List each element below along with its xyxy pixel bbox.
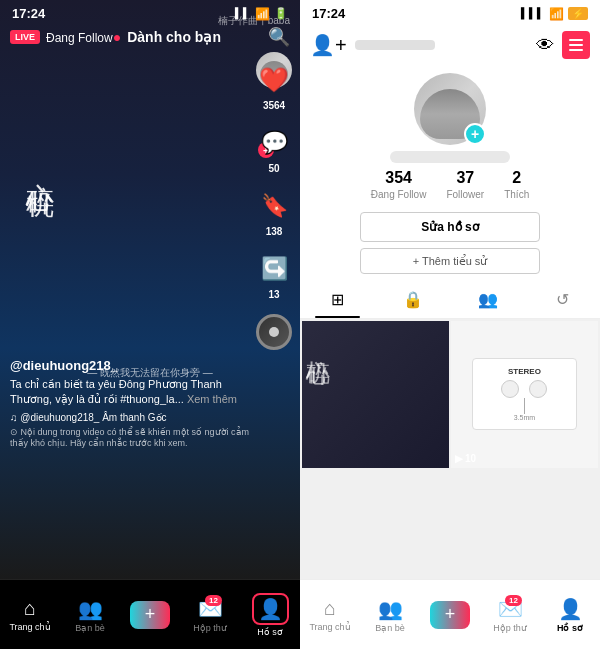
like-count: 3564 [263,100,285,111]
content-grid: 心碎机 STEREO 3.5mm ▶ 10 [300,319,600,579]
liked-icon: 👥 [478,290,498,309]
grid-item-1-text: 心碎机 [302,321,334,341]
right-nav-create[interactable]: + [420,601,480,629]
right-nav-inbox[interactable]: 12 ✉️ Hộp thư [480,597,540,633]
right-nav-friends-label: Bạn bè [375,623,405,633]
right-header: 👤+ 👁 [300,27,600,63]
tab-liked[interactable]: 👥 [450,280,525,318]
friends-icon: 👥 [78,597,103,621]
right-inbox-badge: 12 [505,595,522,606]
right-nav-profile[interactable]: 👤 Hồ sơ [540,597,600,633]
share-icon: ↪️ [256,251,292,287]
right-home-icon: ⌂ [324,597,336,620]
lock-icon: 🔒 [403,290,423,309]
avatar-edit-icon[interactable]: + [464,123,486,145]
video-username[interactable]: @dieuhuong218_ [10,358,250,373]
nav-item-home[interactable]: ⌂ Trang chủ [0,597,60,632]
create-button[interactable]: + [130,601,170,629]
right-time: 17:24 [312,6,345,21]
right-signal-icon: ▍▍▍ [521,8,545,19]
video-caption: Ta chỉ cần biết ta yêu Đông Phương Thanh… [10,377,250,408]
warning-text: ⊙ Nội dung trong video có thể sẽ khiến m… [10,427,250,450]
follower-stat[interactable]: 37 Follower [446,169,484,200]
right-profile-icon: 👤 [558,597,583,621]
nav-item-create[interactable]: + [120,601,180,629]
live-badge[interactable]: LIVE [10,30,40,44]
right-nav-inbox-label: Hộp thư [493,623,527,633]
signal-icon: ▍▍ [235,8,251,19]
right-nav-home[interactable]: ⌂ Trang chủ [300,597,360,632]
grid-item-1[interactable]: 心碎机 [302,321,449,468]
grid-icon: ⊞ [331,290,344,309]
bottom-nav-right: ⌂ Trang chủ 👥 Bạn bè + 12 ✉️ Hộp thư 👤 H… [300,579,600,649]
following-label: Đang Follow [371,189,427,200]
username-placeholder-bar [355,40,435,50]
like-label: Thích [504,189,529,200]
search-icon[interactable]: 🔍 [268,26,290,48]
bottom-nav-left: ⌂ Trang chủ 👥 Bạn bè + 12 ✉️ Hộp thư 👤 H… [0,579,300,649]
menu-line-2 [569,44,583,46]
like-count: 2 [512,169,521,187]
music-info[interactable]: ♫ @dieuhuong218_ Âm thanh Gốc [10,412,250,423]
right-wifi-icon: 📶 [549,7,564,21]
left-time: 17:24 [12,6,45,21]
tab-grid[interactable]: ⊞ [300,280,375,318]
stats-row: 354 Đang Follow 37 Follower 2 Thích [371,169,529,200]
battery-icon: 🔋 [274,7,288,20]
dang-follow-dot: ● [113,29,121,45]
nav-item-profile[interactable]: 👤 Hồ sơ [240,593,300,637]
following-count: 354 [385,169,412,187]
right-status-bar: 17:24 ▍▍▍ 📶 ⚡ [300,0,600,27]
video-info: @dieuhuong218_ Ta chỉ cần biết ta yêu Đô… [10,358,250,450]
left-panel: 17:24 ▍▍ 📶 🔋 LIVE Đang Follow● Dành cho … [0,0,300,649]
right-create-button[interactable]: + [430,601,470,629]
see-more-link[interactable]: Xem thêm [187,393,237,405]
profile-tabs: ⊞ 🔒 👥 ↺ [300,280,600,319]
profile-avatar-wrap: + [414,73,486,145]
video-background: 楠子作曲丨baba 心碎机 — 既然我无法留在你身旁 — + ❤️ 3564 💬… [0,0,300,580]
nav-profile-label: Hồ sơ [257,627,283,637]
music-disc-action[interactable] [256,314,292,350]
right-nav-friends[interactable]: 👥 Bạn bè [360,597,420,633]
like-stat[interactable]: 2 Thích [504,169,529,200]
right-panel: 17:24 ▍▍▍ 📶 ⚡ 👤+ 👁 + [300,0,600,649]
nav-inbox-label: Hộp thư [193,623,227,633]
like-action[interactable]: ❤️ 3564 [256,62,292,111]
bookmark-action[interactable]: 🔖 138 [256,188,292,237]
add-bio-button[interactable]: + Thêm tiểu sử [360,248,540,274]
bookmark-count: 138 [266,226,283,237]
share-count: 13 [268,289,279,300]
nav-item-friends[interactable]: 👥 Bạn bè [60,597,120,633]
menu-line-1 [569,39,583,41]
nav-item-inbox[interactable]: 12 ✉️ Hộp thư [180,597,240,633]
right-friends-icon: 👥 [378,597,403,621]
left-status-icons: ▍▍ 📶 🔋 [235,7,288,21]
following-stat[interactable]: 354 Đang Follow [371,169,427,200]
share-action[interactable]: ↪️ 13 [256,251,292,300]
tab-repost[interactable]: ↺ [525,280,600,318]
menu-line-3 [569,49,583,51]
music-text: ♫ @dieuhuong218_ Âm thanh Gốc [10,412,167,423]
eye-icon[interactable]: 👁 [536,35,554,56]
comment-action[interactable]: 💬 50 [256,125,292,174]
menu-button[interactable] [562,31,590,59]
right-nav-profile-label: Hồ sơ [557,623,583,633]
right-battery-icon: ⚡ [568,7,588,20]
play-icon: ▶ [455,453,463,464]
dang-follow-label[interactable]: Đang Follow [46,31,113,45]
right-status-icons: ▍▍▍ 📶 ⚡ [521,7,588,21]
repost-icon: ↺ [556,290,569,309]
grid-item-2[interactable]: STEREO 3.5mm ▶ 10 [451,321,598,468]
nav-friends-label: Bạn bè [75,623,105,633]
tab-lock[interactable]: 🔒 [375,280,450,318]
chinese-overlay-text: 心碎机 [20,160,58,172]
add-user-icon[interactable]: 👤+ [310,33,347,57]
play-count-text: 10 [465,453,476,464]
grid-item-2-play-count: ▶ 10 [455,453,476,464]
danh-cho-ban-tab[interactable]: Dành cho bạn [127,29,221,45]
heart-icon: ❤️ [256,62,292,98]
edit-profile-button[interactable]: Sửa hồ sơ [360,212,540,242]
nav-home-label: Trang chủ [9,622,50,632]
right-nav-home-label: Trang chủ [309,622,350,632]
right-header-icons: 👁 [536,31,590,59]
